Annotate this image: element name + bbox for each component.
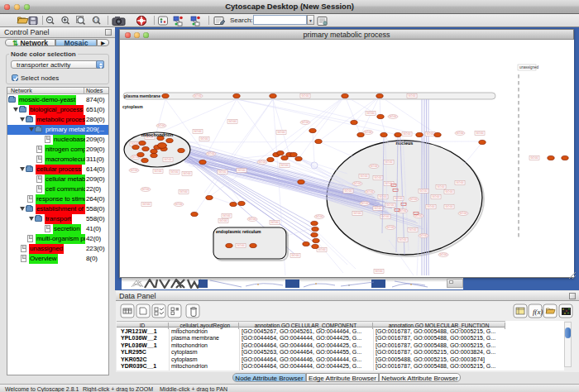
svg-text:GO:00: GO:00: [387, 226, 395, 229]
svg-text:plasma membrane: plasma membrane: [124, 93, 160, 98]
svg-text:GO:00: GO:00: [219, 170, 227, 174]
svg-text:GO:00: GO:00: [387, 203, 395, 207]
svg-text:GO:00: GO:00: [385, 160, 393, 164]
svg-text:GO:00: GO:00: [415, 214, 423, 218]
svg-text:GO:00: GO:00: [375, 207, 382, 210]
svg-text:GO:00: GO:00: [371, 165, 378, 168]
svg-text:GO:00: GO:00: [409, 228, 417, 232]
svg-text:GO:00: GO:00: [366, 190, 374, 194]
svg-text:endoplasmic reticulum: endoplasmic reticulum: [216, 229, 261, 234]
svg-text:GO:00: GO:00: [531, 156, 538, 160]
svg-text:GO:00: GO:00: [395, 197, 403, 200]
svg-text:GO:00: GO:00: [158, 124, 165, 127]
svg-text:GO:00: GO:00: [433, 195, 440, 198]
svg-text:GO:00: GO:00: [410, 198, 418, 201]
svg-text:GO:00: GO:00: [194, 130, 202, 133]
svg-text:GO:00: GO:00: [223, 214, 231, 218]
svg-text:GO:00: GO:00: [237, 244, 245, 247]
svg-text:GO:00: GO:00: [302, 121, 309, 124]
svg-text:GO:00: GO:00: [446, 190, 453, 194]
svg-text:GO:00: GO:00: [249, 218, 256, 221]
svg-text:GO:00: GO:00: [420, 234, 428, 237]
svg-text:GO:00: GO:00: [361, 174, 368, 178]
svg-text:GO:00: GO:00: [404, 132, 411, 136]
svg-text:cytoplasm: cytoplasm: [122, 104, 143, 109]
svg-text:f(x): f(x): [533, 308, 543, 316]
svg-text:GO:00: GO:00: [354, 212, 361, 215]
svg-text:GO:00: GO:00: [345, 189, 352, 193]
svg-text:GO:00: GO:00: [318, 248, 326, 251]
svg-text:GO:00: GO:00: [400, 238, 407, 241]
svg-text:GO:00: GO:00: [390, 115, 397, 118]
svg-text:GO:00: GO:00: [220, 219, 227, 222]
svg-text:GO:00: GO:00: [420, 189, 428, 193]
svg-text:GO:00: GO:00: [143, 203, 151, 206]
svg-text:GO:00: GO:00: [278, 131, 285, 134]
svg-text:GO:00: GO:00: [460, 212, 467, 215]
svg-text:GO:00: GO:00: [361, 202, 369, 205]
svg-text:GO:00: GO:00: [376, 270, 383, 273]
svg-text:GO:00: GO:00: [238, 169, 246, 172]
svg-text:GO:00: GO:00: [165, 158, 172, 161]
svg-text:mitochondrion: mitochondrion: [141, 132, 174, 137]
svg-text:GO:00: GO:00: [316, 215, 323, 218]
svg-text:GO:00: GO:00: [354, 182, 361, 185]
svg-text:GO:00: GO:00: [142, 188, 150, 191]
svg-text:GO:00: GO:00: [380, 195, 387, 198]
svg-text:GO:00: GO:00: [292, 254, 299, 257]
svg-text:GO:00: GO:00: [194, 94, 202, 98]
svg-text:GO:00: GO:00: [229, 120, 237, 123]
svg-text:GO:00: GO:00: [208, 152, 215, 155]
svg-text:1:1: 1:1: [93, 18, 99, 22]
svg-text:GO:00: GO:00: [428, 205, 435, 208]
svg-text:GO:00: GO:00: [259, 160, 266, 164]
svg-text:GO:00: GO:00: [440, 253, 447, 256]
svg-text:GO:00: GO:00: [476, 131, 484, 135]
svg-text:GO:00: GO:00: [400, 209, 407, 213]
svg-text:GO:00: GO:00: [175, 203, 183, 206]
svg-text:GO:00: GO:00: [365, 131, 372, 134]
svg-text:GO:00: GO:00: [302, 94, 309, 98]
svg-text:nucleus: nucleus: [396, 141, 414, 146]
svg-text:GO:00: GO:00: [375, 176, 382, 179]
svg-text:GO:00: GO:00: [446, 205, 453, 208]
svg-text:GO:00: GO:00: [409, 94, 416, 98]
svg-text:GO:00: GO:00: [271, 221, 279, 224]
svg-text:GO:00: GO:00: [457, 181, 464, 184]
svg-text:GO:00: GO:00: [184, 172, 191, 175]
svg-text:GO:00: GO:00: [131, 169, 138, 172]
svg-text:GO:00: GO:00: [155, 170, 162, 173]
svg-text:unassigned: unassigned: [519, 65, 539, 69]
svg-text:GO:00: GO:00: [438, 185, 445, 189]
svg-text:GO:00: GO:00: [180, 190, 188, 194]
svg-text:GO:00: GO:00: [201, 137, 208, 141]
svg-text:GO:00: GO:00: [382, 215, 390, 218]
svg-text:GO:00: GO:00: [427, 132, 434, 136]
svg-text:GO:00: GO:00: [367, 112, 375, 115]
svg-text:GO:00: GO:00: [171, 170, 179, 174]
svg-text:GO:00: GO:00: [457, 131, 464, 135]
svg-text:GO:00: GO:00: [281, 164, 289, 167]
